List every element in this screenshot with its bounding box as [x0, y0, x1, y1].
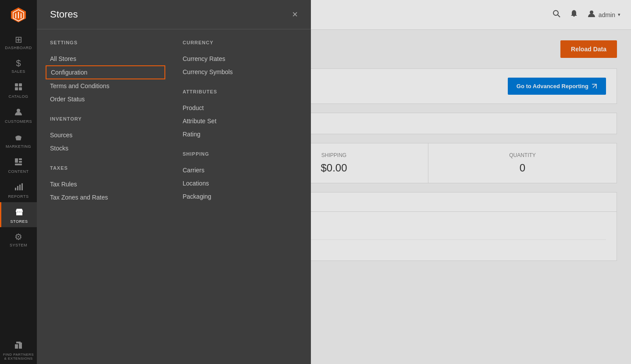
sidebar-item-label: STORES [11, 219, 28, 224]
stores-icon [15, 207, 24, 218]
stores-panel: Stores × Settings All Stores Configurati… [37, 0, 311, 364]
sidebar-logo[interactable] [0, 0, 37, 30]
sidebar-item-label: SALES [11, 69, 25, 74]
stores-shipping-title: Shipping [183, 151, 298, 157]
svg-rect-1 [19, 83, 22, 86]
stores-rating-link[interactable]: Rating [183, 128, 298, 141]
stores-panel-header: Stores × [37, 0, 311, 29]
stores-currency-symbols-link[interactable]: Currency Symbols [183, 65, 298, 79]
stores-currency-title: Currency [183, 40, 298, 45]
sidebar-item-label: FIND PARTNERS & EXTENSIONS [2, 353, 35, 360]
sidebar-item-label: DASHBOARD [5, 46, 32, 50]
svg-rect-16 [16, 342, 21, 343]
stores-tax-zones-rates-link[interactable]: Tax Zones and Rates [50, 191, 165, 204]
sidebar-item-label: MARKETING [6, 144, 31, 149]
stores-taxes-section: Taxes Tax Rules Tax Zones and Rates [50, 165, 165, 204]
stores-settings-title: Settings [50, 40, 165, 45]
svg-rect-9 [15, 188, 16, 190]
stores-stocks-link[interactable]: Stocks [50, 142, 165, 155]
stores-right-col: Currency Currency Rates Currency Symbols… [183, 40, 298, 204]
sidebar-item-label: SYSTEM [10, 243, 27, 247]
svg-rect-10 [17, 186, 18, 190]
stores-close-button[interactable]: × [292, 10, 298, 19]
sidebar: ⊞ DASHBOARD $ SALES CATALOG CUSTOMERS MA… [0, 0, 37, 364]
sidebar-item-reports[interactable]: REPORTS [0, 177, 37, 202]
svg-rect-15 [19, 343, 22, 349]
svg-rect-13 [16, 212, 22, 215]
sidebar-item-find-partners[interactable]: FIND PARTNERS & EXTENSIONS [0, 335, 37, 364]
stores-carriers-link[interactable]: Carriers [183, 164, 298, 177]
svg-rect-0 [15, 83, 18, 86]
sidebar-item-stores[interactable]: STORES [0, 202, 37, 227]
svg-rect-8 [15, 164, 22, 165]
svg-rect-14 [15, 344, 18, 349]
sidebar-item-customers[interactable]: CUSTOMERS [0, 102, 37, 127]
reports-icon [14, 182, 23, 193]
sidebar-item-system[interactable]: ⚙ SYSTEM [0, 227, 37, 251]
system-icon: ⚙ [14, 232, 22, 241]
stores-order-status-link[interactable]: Order Status [50, 93, 165, 106]
sales-icon: $ [16, 59, 21, 68]
svg-rect-11 [19, 185, 21, 190]
main-area: admin ▾ Dashboard Reload Data ur dynamic… [37, 0, 631, 364]
sidebar-item-label: CONTENT [8, 169, 29, 174]
sidebar-item-label: CATALOG [8, 94, 28, 99]
sidebar-item-sales[interactable]: $ SALES [0, 54, 37, 77]
stores-locations-link[interactable]: Locations [183, 177, 298, 190]
stores-panel-title: Stores [50, 9, 78, 20]
sidebar-item-label: REPORTS [8, 194, 29, 199]
stores-inventory-title: Inventory [50, 116, 165, 121]
content-icon [14, 157, 23, 168]
sidebar-item-catalog[interactable]: CATALOG [0, 77, 37, 102]
sidebar-item-marketing[interactable]: MARKETING [0, 127, 37, 152]
stores-all-stores-link[interactable]: All Stores [50, 52, 165, 65]
stores-packaging-link[interactable]: Packaging [183, 190, 298, 203]
stores-columns: Settings All Stores Configuration Terms … [37, 29, 311, 214]
customers-icon [14, 107, 23, 118]
stores-attribute-set-link[interactable]: Attribute Set [183, 114, 298, 128]
stores-left-col: Settings All Stores Configuration Terms … [50, 40, 165, 204]
stores-attributes-section: Attributes Product Attribute Set Rating [183, 89, 298, 141]
stores-shipping-section: Shipping Carriers Locations Packaging [183, 151, 298, 203]
find-partners-icon [14, 341, 23, 351]
stores-taxes-title: Taxes [50, 165, 165, 171]
svg-rect-5 [15, 158, 18, 163]
stores-attributes-title: Attributes [183, 89, 298, 94]
stores-tax-rules-link[interactable]: Tax Rules [50, 178, 165, 191]
stores-terms-conditions-link[interactable]: Terms and Conditions [50, 79, 165, 93]
svg-rect-7 [19, 161, 22, 163]
stores-inventory-section: Inventory Sources Stocks [50, 116, 165, 155]
svg-point-4 [17, 109, 20, 112]
stores-settings-section: Settings All Stores Configuration Terms … [50, 40, 165, 106]
stores-product-link[interactable]: Product [183, 101, 298, 114]
marketing-icon [14, 132, 23, 143]
svg-rect-12 [21, 183, 23, 190]
sidebar-item-label: CUSTOMERS [5, 119, 32, 124]
svg-rect-6 [19, 158, 22, 160]
stores-currency-section: Currency Currency Rates Currency Symbols [183, 40, 298, 79]
stores-configuration-link[interactable]: Configuration [46, 65, 165, 79]
stores-currency-rates-link[interactable]: Currency Rates [183, 52, 298, 65]
svg-rect-2 [15, 87, 18, 90]
dashboard-icon: ⊞ [15, 35, 22, 44]
stores-sources-link[interactable]: Sources [50, 128, 165, 142]
catalog-icon [14, 82, 23, 93]
sidebar-item-dashboard[interactable]: ⊞ DASHBOARD [0, 30, 37, 54]
sidebar-item-content[interactable]: CONTENT [0, 152, 37, 177]
svg-rect-3 [19, 87, 22, 90]
